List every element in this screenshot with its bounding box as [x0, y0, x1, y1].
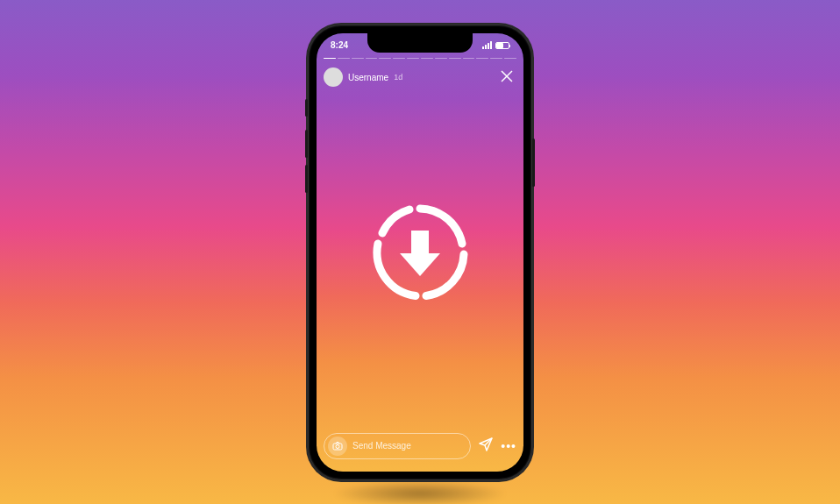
status-time: 8:24: [331, 40, 348, 50]
phone-frame: 8:24 Username 1d: [308, 25, 532, 480]
svg-point-4: [336, 444, 339, 448]
send-icon: [478, 437, 494, 452]
phone-shadow: [332, 480, 508, 505]
message-input[interactable]: Send Message: [324, 433, 471, 459]
volume-down-button: [305, 165, 308, 193]
send-button[interactable]: [478, 437, 494, 456]
download-icon: [363, 195, 477, 309]
battery-icon: [495, 42, 509, 49]
camera-icon: [332, 441, 343, 451]
timestamp-label: 1d: [394, 73, 402, 82]
svg-point-2: [433, 208, 439, 214]
power-button: [532, 138, 535, 187]
more-icon: •••: [501, 439, 516, 453]
story-content: [317, 33, 523, 472]
signal-icon: [482, 41, 492, 49]
story-header: Username 1d: [324, 65, 516, 90]
status-indicators: [482, 41, 509, 49]
phone-mockup: 8:24 Username 1d: [308, 25, 532, 480]
avatar: [324, 67, 343, 87]
phone-screen: 8:24 Username 1d: [317, 33, 523, 472]
camera-button[interactable]: [328, 437, 347, 456]
message-placeholder: Send Message: [352, 441, 411, 451]
phone-notch: [367, 33, 473, 53]
more-button[interactable]: •••: [501, 439, 516, 453]
mute-switch: [305, 99, 308, 117]
close-button[interactable]: [497, 65, 516, 90]
story-footer: Send Message •••: [324, 433, 516, 459]
user-info[interactable]: Username 1d: [324, 67, 402, 87]
close-icon: [501, 70, 513, 82]
volume-up-button: [305, 130, 308, 158]
username-label: Username: [348, 73, 388, 82]
